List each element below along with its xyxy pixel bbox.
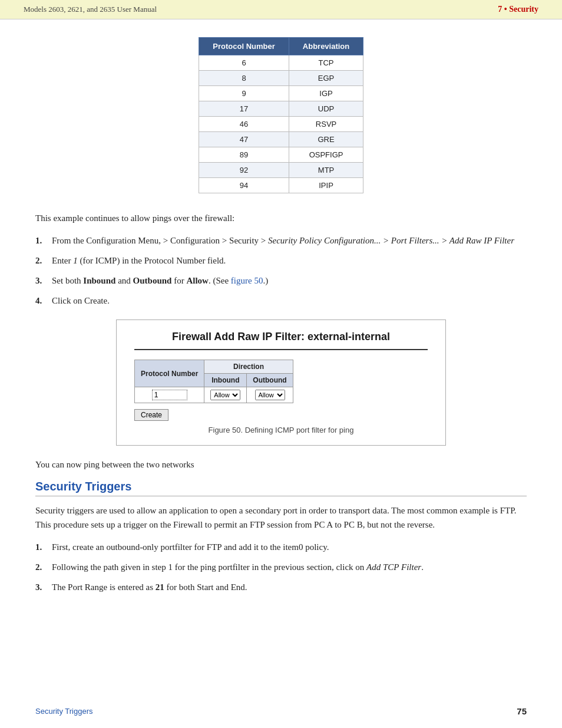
st-step-2-num: 2. — [35, 560, 46, 574]
step-3-text: Set both Inbound and Outbound for Allow.… — [52, 274, 527, 288]
protocol-number-cell: 8 — [199, 71, 289, 86]
header-title-right: 7 • Security — [498, 5, 538, 14]
direction-col-header: Direction — [204, 360, 293, 374]
protocol-number-input[interactable] — [152, 390, 187, 400]
section-divider — [35, 496, 527, 496]
table-row: 9IGP — [199, 86, 363, 101]
step-2-num: 2. — [35, 253, 46, 268]
security-triggers-steps: 1. First, create an outbound-only portfi… — [35, 540, 527, 594]
table-row: 92MTP — [199, 163, 363, 178]
table-row: 46RSVP — [199, 117, 363, 132]
protocol-number-header: Protocol Number — [199, 38, 289, 55]
header-title-left: Models 2603, 2621, and 2635 User Manual — [24, 5, 157, 14]
table-row: 8EGP — [199, 71, 363, 86]
table-row: 6TCP — [199, 55, 363, 71]
filter-form-table: Protocol Number Direction Inbound Outbou… — [134, 360, 293, 403]
security-triggers-body: Security triggers are used to allow an a… — [35, 503, 527, 532]
page-number: 75 — [517, 706, 527, 716]
table-row: 17UDP — [199, 101, 363, 117]
st-step-3-num: 3. — [35, 580, 46, 594]
step-4-text: Click on Create. — [52, 294, 527, 308]
footer-section-label: Security Triggers — [35, 707, 93, 716]
inbound-col-header: Inbound — [204, 374, 247, 387]
step-1: 1. From the Configuration Menu, > Config… — [35, 233, 527, 248]
filter-form-row: Allow Deny Allow Deny — [135, 387, 293, 403]
abbreviation-cell: GRE — [289, 132, 363, 147]
abbreviation-cell: EGP — [289, 71, 363, 86]
main-content: Protocol Number Abbreviation 6TCP8EGP9IG… — [0, 19, 562, 628]
abbreviation-cell: OSPFIGP — [289, 147, 363, 163]
after-figure-text: You can now ping between the two network… — [35, 457, 527, 472]
table-row: 47GRE — [199, 132, 363, 147]
protocol-number-cell: 6 — [199, 55, 289, 71]
step-4: 4. Click on Create. — [35, 294, 527, 308]
table-row: 94IPIP — [199, 178, 363, 193]
st-step-3: 3. The Port Range is entered as 21 for b… — [35, 580, 527, 594]
inbound-select-cell[interactable]: Allow Deny — [204, 387, 247, 403]
abbreviation-header: Abbreviation — [289, 38, 363, 55]
protocol-number-cell: 89 — [199, 147, 289, 163]
st-step-1-text: First, create an outbound-only portfilte… — [52, 540, 527, 554]
protocol-number-cell: 17 — [199, 101, 289, 117]
protocol-table: Protocol Number Abbreviation 6TCP8EGP9IG… — [199, 37, 363, 193]
protocol-number-cell: 9 — [199, 86, 289, 101]
step-1-italic: Security Policy Configuration... > Port … — [268, 236, 514, 245]
inbound-select[interactable]: Allow Deny — [210, 390, 240, 400]
security-triggers-heading: Security Triggers — [35, 480, 527, 493]
st-step-3-text: The Port Range is entered as 21 for both… — [52, 580, 527, 594]
figure-box: Firewall Add Raw IP Filter: external-int… — [116, 319, 446, 446]
st-step-2: 2. Following the path given in step 1 fo… — [35, 560, 527, 574]
abbreviation-cell: RSVP — [289, 117, 363, 132]
header-bar: Models 2603, 2621, and 2635 User Manual … — [0, 0, 562, 19]
st-step-2-text: Following the path given in step 1 for t… — [52, 560, 527, 574]
abbreviation-cell: MTP — [289, 163, 363, 178]
abbreviation-cell: UDP — [289, 101, 363, 117]
abbreviation-cell: IPIP — [289, 178, 363, 193]
intro-text: This example continues to allow pings ov… — [35, 211, 527, 225]
protocol-number-cell: 47 — [199, 132, 289, 147]
create-button[interactable]: Create — [134, 409, 168, 421]
st-step-1: 1. First, create an outbound-only portfi… — [35, 540, 527, 554]
step-1-num: 1. — [35, 233, 46, 248]
outbound-col-header: Outbound — [247, 374, 293, 387]
protocol-number-cell: 92 — [199, 163, 289, 178]
protocol-number-cell: 94 — [199, 178, 289, 193]
protocol-table-section: Protocol Number Abbreviation 6TCP8EGP9IG… — [35, 37, 527, 193]
figure-50-link[interactable]: figure 50 — [231, 276, 263, 285]
figure-title: Firewall Add Raw IP Filter: external-int… — [134, 331, 428, 350]
protocol-number-cell[interactable] — [135, 387, 204, 403]
step-3: 3. Set both Inbound and Outbound for All… — [35, 274, 527, 288]
outbound-select[interactable]: Allow Deny — [255, 390, 285, 400]
abbreviation-cell: IGP — [289, 86, 363, 101]
step-2-text: Enter 1 (for ICMP) in the Protocol Numbe… — [52, 253, 527, 268]
protocol-number-cell: 46 — [199, 117, 289, 132]
step-4-num: 4. — [35, 294, 46, 308]
st-step-1-num: 1. — [35, 540, 46, 554]
steps-list-1: 1. From the Configuration Menu, > Config… — [35, 233, 527, 308]
add-tcp-filter-italic: Add TCP Filter — [366, 562, 421, 572]
abbreviation-cell: TCP — [289, 55, 363, 71]
figure-caption: Figure 50. Defining ICMP port filter for… — [134, 426, 428, 434]
page-footer: Security Triggers 75 — [0, 706, 562, 716]
table-row: 89OSPFIGP — [199, 147, 363, 163]
step-3-num: 3. — [35, 274, 46, 288]
outbound-select-cell[interactable]: Allow Deny — [247, 387, 293, 403]
step-2: 2. Enter 1 (for ICMP) in the Protocol Nu… — [35, 253, 527, 268]
protocol-number-col-header: Protocol Number — [135, 360, 204, 387]
step-1-text: From the Configuration Menu, > Configura… — [52, 233, 527, 248]
